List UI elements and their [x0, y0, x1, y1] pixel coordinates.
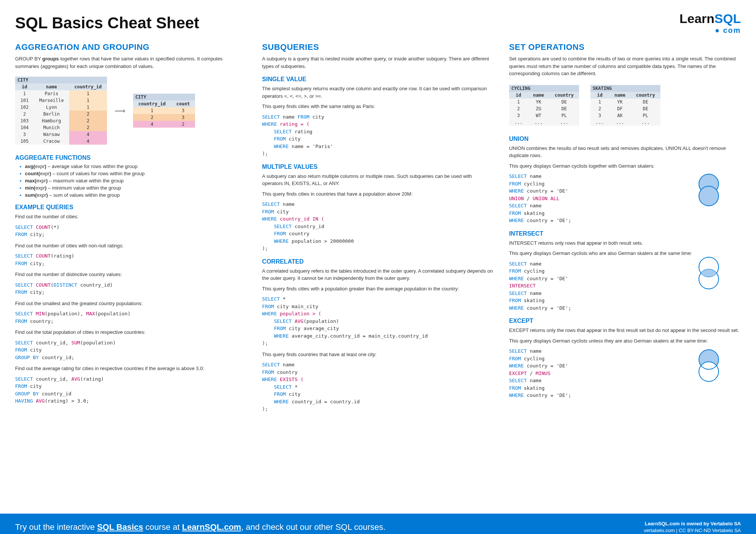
logo-com: com	[723, 26, 741, 34]
cor-code2: SELECT name FROM country WHERE EXISTS ( …	[262, 361, 494, 413]
sv-p1: The simplest subquery returns exactly on…	[262, 85, 494, 100]
cor-p1: A correlated subquery refers to the tabl…	[262, 267, 494, 282]
col-subqueries: SUBQUERIES A subquery is a query that is…	[262, 42, 494, 417]
union-p2: This query displays German cyclists toge…	[509, 162, 741, 170]
footer-right: LearnSQL.com is owned by Vertabelo SA ve…	[644, 520, 741, 534]
int-p1: INTERSECT returns only rows that appear …	[509, 239, 741, 247]
city-agg-table: CITY country_idcount132342	[133, 94, 195, 128]
ex3-title: Find out the number of distinctive count…	[15, 271, 247, 278]
logo-sql: SQL	[714, 11, 741, 26]
ex2-title: Find out the number of cities with non-n…	[15, 242, 247, 250]
cor-code1: SELECT * FROM city main_city WHERE popul…	[262, 295, 494, 347]
ex2-code: SELECT COUNT(rating) FROM city;	[15, 252, 247, 267]
city-tables: CITY idnamecountry_id1Paris1101Marseille…	[15, 73, 247, 148]
city-table: CITY idnamecountry_id1Paris1101Marseille…	[15, 77, 107, 145]
columns: AGGREGATION AND GROUPING GROUP BY groups…	[15, 42, 741, 417]
ex6-code: SELECT country_id, AVG(rating) FROM city…	[15, 375, 247, 405]
page-title: SQL Basics Cheat Sheet	[15, 14, 199, 32]
ex6-title: Find out the average rating for cities i…	[15, 365, 247, 372]
union-p1: UNION combines the results of two result…	[509, 145, 741, 159]
ex4-code: SELECT MIN(population), MAX(population) …	[15, 310, 247, 325]
h3-correlated: CORRELATED	[262, 258, 494, 265]
footer-license: vertabelo.com | CC BY-NC-ND Vertabelo SA	[644, 527, 741, 534]
svg-point-1	[699, 186, 719, 206]
h3-intersect: INTERSECT	[509, 230, 741, 237]
ex3-code: SELECT COUNT(DISTINCT country_id) FROM c…	[15, 281, 247, 296]
sv-p2: This query finds cities with the same ra…	[262, 103, 494, 110]
h3-union: UNION	[509, 136, 741, 142]
venn-union-icon	[694, 173, 724, 210]
footer-owner: LearnSQL.com is owned by Vertabelo SA	[644, 520, 741, 527]
agg-fn-list: avg(expr) – average value for rows withi…	[15, 164, 247, 198]
h2-set-ops: SET OPERATIONS	[509, 42, 741, 52]
h3-multiple-values: MULTIPLE VALUES	[262, 164, 494, 170]
cor-p3: This query finds countries that have at …	[262, 351, 494, 358]
h3-except: EXCEPT	[509, 318, 741, 324]
ex4-title: Find out the smallest and the greatest c…	[15, 300, 247, 307]
ex5-title: Find out the total population of cities …	[15, 329, 247, 336]
cor-p2: This query finds cities with a populatio…	[262, 285, 494, 293]
agg-intro: GROUP BY groups together rows that have …	[15, 55, 247, 70]
h2-subqueries: SUBQUERIES	[262, 42, 494, 52]
footer: Try out the interactive SQL Basics cours…	[0, 514, 756, 534]
logo-learn: Learn	[680, 11, 715, 26]
exc-p2: This query displays German cyclists unle…	[509, 337, 741, 345]
mv-p2: This query finds cities in countries tha…	[262, 190, 494, 198]
ex5-code: SELECT country_id, SUM(population) FROM …	[15, 339, 247, 361]
mv-p1: A subquery can also return multiple colu…	[262, 173, 494, 187]
cycling-table: CYCLING idnamecountry1YKDE2ZGDE3WTPL....…	[509, 85, 579, 126]
set-intro: Set operations are used to combine the r…	[509, 55, 741, 77]
col-aggregation: AGGREGATION AND GROUPING GROUP BY groups…	[15, 42, 247, 417]
page: SQL Basics Cheat Sheet LearnSQL ● com AG…	[0, 0, 756, 514]
h3-single-value: SINGLE VALUE	[262, 76, 494, 83]
header: SQL Basics Cheat Sheet LearnSQL ● com	[15, 11, 741, 35]
sv-code: SELECT name FROM city WHERE rating = ( S…	[262, 113, 494, 157]
set-tables: CYCLING idnamecountry1YKDE2ZGDE3WTPL....…	[509, 81, 741, 130]
h3-examples: EXAMPLE QUERIES	[15, 204, 247, 211]
exc-p1: EXCEPT returns only the rows that appear…	[509, 327, 741, 334]
subq-intro: A subquery is a query that is nested ins…	[262, 55, 494, 70]
ex1-code: SELECT COUNT(*) FROM city;	[15, 224, 247, 238]
mv-code: SELECT name FROM city WHERE country_id I…	[262, 201, 494, 252]
col-set-operations: SET OPERATIONS Set operations are used t…	[509, 42, 741, 417]
h2-aggregation: AGGREGATION AND GROUPING	[15, 42, 247, 52]
h3-agg-fns: AGGREGATE FUNCTIONS	[15, 154, 247, 161]
ex1-title: Find out the number of cities:	[15, 213, 247, 221]
venn-except-icon	[694, 348, 724, 386]
footer-left: Try out the interactive SQL Basics cours…	[15, 522, 386, 532]
logo: LearnSQL ● com	[680, 11, 741, 35]
arrow-icon: ⟶	[115, 106, 125, 115]
venn-intersect-icon	[694, 256, 724, 293]
logo-dot: ●	[715, 26, 723, 34]
skating-table: SKATING idnamecountry1YKDE2DFDE3AKPL....…	[590, 85, 660, 126]
